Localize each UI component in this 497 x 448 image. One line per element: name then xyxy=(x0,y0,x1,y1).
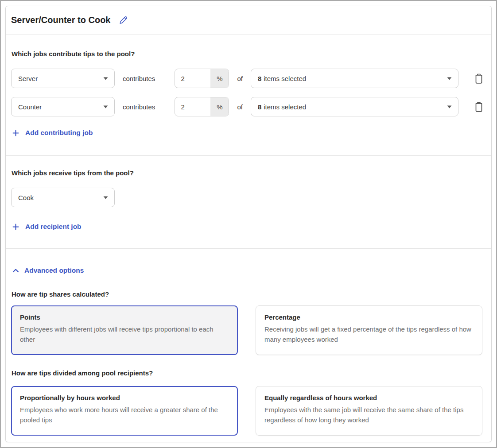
option-title: Proportionally by hours worked xyxy=(20,394,229,402)
caret-down-icon xyxy=(103,196,108,199)
option-card-proportionally-by-hours[interactable]: Proportionally by hours worked Employees… xyxy=(11,386,238,436)
tip-pool-config-card: Server/Counter to Cook Which jobs contri… xyxy=(5,6,492,442)
contributes-label: contributes xyxy=(123,75,155,82)
contribute-question: Which jobs contribute tips to the pool? xyxy=(12,50,486,58)
add-contributing-job-label: Add contributing job xyxy=(25,129,93,137)
screenshot-frame: Server/Counter to Cook Which jobs contri… xyxy=(0,0,497,448)
section-divider xyxy=(6,155,491,156)
section-divider xyxy=(6,248,491,249)
contribution-percent-input-1[interactable] xyxy=(175,69,210,88)
contribution-percent-input-2[interactable] xyxy=(175,97,210,116)
add-recipient-job-label: Add recipient job xyxy=(25,223,82,231)
contributing-job-value-1: Server xyxy=(18,75,38,82)
division-question: How are tips divided among pool recipien… xyxy=(12,369,486,377)
delete-contributing-job-button-2[interactable] xyxy=(472,99,486,114)
option-card-percentage[interactable]: Percentage Receiving jobs will get a fix… xyxy=(256,305,482,355)
division-option-grid: Proportionally by hours worked Employees… xyxy=(11,386,482,436)
add-contributing-job-button[interactable]: Add contributing job xyxy=(12,129,93,137)
trash-icon xyxy=(474,101,484,112)
edit-pool-name-button[interactable] xyxy=(119,15,128,25)
of-label: of xyxy=(237,75,243,82)
option-description: Employees who work more hours will recei… xyxy=(20,405,229,425)
option-description: Employees with different jobs will recei… xyxy=(20,324,229,345)
plus-icon xyxy=(12,224,19,230)
advanced-options-label: Advanced options xyxy=(24,266,84,274)
option-title: Equally regardless of hours worked xyxy=(264,394,474,402)
receive-question: Which jobs receive tips from the pool? xyxy=(12,169,486,177)
caret-down-icon xyxy=(447,105,452,108)
items-selected-value-2: 8items selected xyxy=(258,103,306,111)
chevron-up-icon xyxy=(12,268,19,273)
page-title: Server/Counter to Cook xyxy=(11,15,110,25)
contribution-percent-field-1: % xyxy=(175,69,229,88)
items-selected-value-1: 8items selected xyxy=(258,75,306,82)
caret-down-icon xyxy=(103,105,108,108)
option-title: Percentage xyxy=(264,313,474,321)
option-description: Receiving jobs will get a fixed percenta… xyxy=(264,324,474,345)
percent-suffix-1: % xyxy=(210,69,229,88)
contributes-label: contributes xyxy=(123,103,155,111)
caret-down-icon xyxy=(103,77,108,80)
shares-option-grid: Points Employees with different jobs wil… xyxy=(11,305,482,355)
card-header: Server/Counter to Cook xyxy=(6,6,491,35)
option-title: Points xyxy=(20,313,229,321)
card-body: Which jobs contribute tips to the pool? … xyxy=(6,50,491,442)
delete-contributing-job-button-1[interactable] xyxy=(472,71,486,86)
contribution-percent-field-2: % xyxy=(175,97,229,116)
contributing-job-select-1[interactable]: Server xyxy=(11,69,115,88)
option-description: Employees with the same job will receive… xyxy=(264,405,474,425)
recipient-job-select[interactable]: Cook xyxy=(11,188,115,207)
contributing-job-select-2[interactable]: Counter xyxy=(11,97,115,116)
caret-down-icon xyxy=(447,77,452,80)
option-card-points[interactable]: Points Employees with different jobs wil… xyxy=(11,305,238,355)
of-label: of xyxy=(237,103,243,111)
plus-icon xyxy=(12,130,19,136)
trash-icon xyxy=(474,73,484,84)
contributing-job-row-2: Counter contributes % of 8items selected xyxy=(11,97,486,116)
shares-question: How are tip shares calculated? xyxy=(12,290,486,298)
pencil-icon xyxy=(119,15,128,25)
percent-suffix-2: % xyxy=(210,97,229,116)
add-recipient-job-button[interactable]: Add recipient job xyxy=(12,223,82,231)
contributing-job-row-1: Server contributes % of 8items selected xyxy=(11,69,486,88)
option-card-equally-regardless[interactable]: Equally regardless of hours worked Emplo… xyxy=(256,386,482,436)
recipient-job-value: Cook xyxy=(18,194,34,201)
contribution-items-select-1[interactable]: 8items selected xyxy=(251,69,458,88)
contributing-job-value-2: Counter xyxy=(18,103,42,111)
advanced-options-toggle[interactable]: Advanced options xyxy=(12,266,84,274)
contribution-items-select-2[interactable]: 8items selected xyxy=(251,97,458,116)
